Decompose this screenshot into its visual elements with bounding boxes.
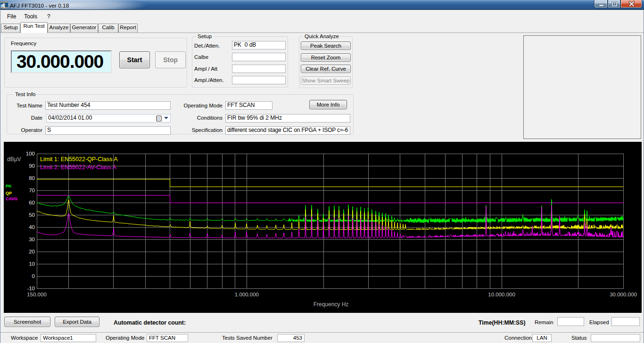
svg-text:Limit 2: EN55022-AV-Class A: Limit 2: EN55022-AV-Class A xyxy=(40,164,116,171)
svg-text:CAVG: CAVG xyxy=(6,196,17,201)
svg-text:Frequency Hz: Frequency Hz xyxy=(314,301,349,308)
svg-text:100: 100 xyxy=(26,151,35,156)
svg-text:70: 70 xyxy=(29,188,35,193)
svg-text:90: 90 xyxy=(29,163,35,169)
svg-text:50: 50 xyxy=(29,212,35,218)
svg-text:30: 30 xyxy=(29,237,35,242)
svg-text:40: 40 xyxy=(29,224,35,230)
svg-text:60: 60 xyxy=(29,200,35,205)
svg-text:0: 0 xyxy=(32,273,35,279)
svg-text:80: 80 xyxy=(29,175,35,181)
svg-text:afj: afj xyxy=(1,3,5,8)
svg-text:150.000: 150.000 xyxy=(27,292,47,297)
svg-text:10: 10 xyxy=(29,261,35,267)
svg-text:PK: PK xyxy=(6,184,12,188)
svg-text:1.000.000: 1.000.000 xyxy=(235,292,259,297)
svg-text:QP: QP xyxy=(6,191,12,196)
svg-text:-10: -10 xyxy=(27,286,35,291)
svg-text:10.000.000: 10.000.000 xyxy=(488,292,515,297)
svg-text:20: 20 xyxy=(29,249,35,254)
svg-text:dBµV: dBµV xyxy=(7,156,21,163)
svg-text:30.000.000: 30.000.000 xyxy=(610,292,637,297)
svg-text:Limit 1: EN55022-QP-Class A: Limit 1: EN55022-QP-Class A xyxy=(40,156,118,163)
